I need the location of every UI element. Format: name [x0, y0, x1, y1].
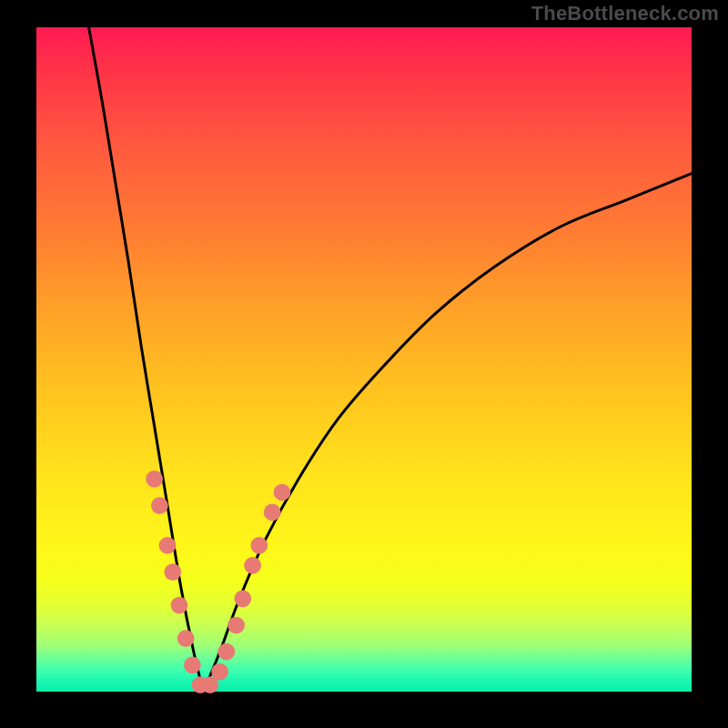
scatter-marker	[264, 504, 281, 521]
scatter-marker	[228, 617, 245, 634]
scatter-markers	[146, 470, 290, 693]
scatter-marker	[159, 537, 177, 554]
scatter-marker	[274, 484, 291, 501]
right-ascending-curve	[204, 174, 692, 692]
scatter-marker	[164, 563, 181, 581]
scatter-marker	[146, 470, 163, 488]
left-descending-curve	[89, 27, 204, 692]
scatter-marker	[244, 557, 261, 574]
watermark-text: TheBottleneck.com	[531, 2, 719, 25]
scatter-marker	[184, 656, 201, 673]
scatter-marker	[171, 597, 188, 614]
scatter-marker	[217, 643, 235, 661]
plot-area	[36, 27, 692, 692]
scatter-marker	[177, 630, 195, 647]
chart-frame: TheBottleneck.com	[0, 0, 728, 728]
scatter-marker	[250, 537, 268, 554]
scatter-marker	[151, 497, 168, 514]
chart-svg	[36, 27, 692, 692]
scatter-marker	[234, 590, 251, 607]
scatter-marker	[211, 663, 228, 681]
